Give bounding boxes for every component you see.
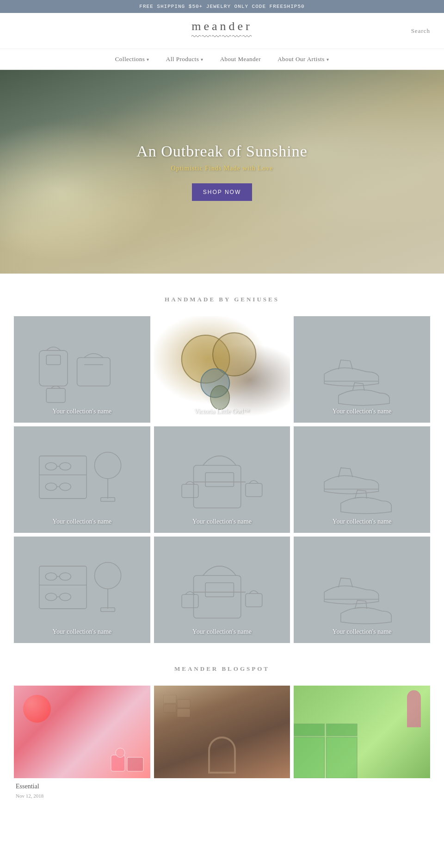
svg-rect-44 bbox=[163, 695, 176, 703]
blog-section-title: MEANDER BLOGSPOT bbox=[0, 665, 444, 673]
collection-label-6: Your collection's name bbox=[294, 511, 430, 533]
svg-rect-24 bbox=[246, 483, 262, 497]
svg-rect-1 bbox=[47, 355, 61, 364]
blog-image-3 bbox=[294, 686, 430, 778]
svg-rect-0 bbox=[39, 350, 68, 386]
collection-item-4[interactable]: Your collection's name bbox=[14, 426, 150, 533]
bags-sketch-icon bbox=[27, 327, 136, 412]
svg-rect-2 bbox=[77, 357, 111, 386]
collection-item-2[interactable]: Victoria Little Owl™ bbox=[154, 316, 290, 423]
nav-about-meander[interactable]: About Meander bbox=[220, 56, 261, 63]
svg-point-33 bbox=[95, 562, 121, 589]
shoes2-sketch-icon bbox=[308, 437, 417, 522]
blog-date-3 bbox=[294, 785, 430, 787]
collections-grid-row1: Your collection's name Victoria Little O… bbox=[0, 316, 444, 423]
collection-label-4: Your collection's name bbox=[14, 511, 150, 533]
nav-all-products[interactable]: All Products ▾ bbox=[166, 56, 204, 63]
header: meander 〰〰〰〰〰〰 Search bbox=[0, 13, 444, 49]
hero-subtitle-pre: Optimistic Finds bbox=[171, 165, 224, 172]
svg-rect-25 bbox=[39, 566, 86, 609]
chevron-down-icon: ▾ bbox=[201, 57, 204, 62]
nav-collections-label: Collections bbox=[115, 56, 145, 63]
blog-image-pink bbox=[14, 686, 150, 778]
collection-label-1: Your collection's name bbox=[14, 400, 150, 423]
logo[interactable]: meander 〰〰〰〰〰〰 bbox=[191, 19, 253, 42]
svg-point-15 bbox=[60, 483, 71, 490]
hero-content: An Outbreak of Sunshine Optimistic Finds… bbox=[136, 143, 308, 201]
bags2-sketch-icon bbox=[167, 437, 277, 522]
stone-texture-icon bbox=[163, 695, 191, 723]
svg-point-28 bbox=[60, 573, 71, 580]
stone-arch-icon bbox=[208, 737, 236, 774]
logo-branch: 〰〰〰〰〰〰 bbox=[191, 31, 253, 42]
svg-rect-50 bbox=[294, 724, 324, 736]
accessories2-sketch-icon bbox=[27, 547, 136, 632]
kitchen-cabinets-icon bbox=[294, 724, 389, 778]
svg-rect-23 bbox=[182, 484, 198, 498]
collection-item-1[interactable]: Your collection's name bbox=[14, 316, 150, 423]
top-banner: FREE SHIPPING $50+ JEWELRY ONLY CODE FRE… bbox=[0, 0, 444, 13]
svg-rect-47 bbox=[177, 709, 190, 717]
collections-grid-row3: Your collection's name Your collection's… bbox=[0, 537, 444, 643]
shoes-sketch-icon bbox=[308, 327, 417, 412]
blog-date-1: Nov 12, 2018 bbox=[14, 792, 150, 799]
collection-item-6[interactable]: Your collection's name bbox=[294, 426, 430, 533]
hero-subtitle: Optimistic Finds Made with Love bbox=[136, 165, 308, 172]
blog-item-2[interactable] bbox=[154, 686, 290, 799]
shoes3-sketch-icon bbox=[308, 547, 417, 632]
svg-point-31 bbox=[60, 593, 71, 600]
blog-image-1 bbox=[14, 686, 150, 778]
chevron-down-icon: ▾ bbox=[327, 57, 329, 62]
collection-label-8: Your collection's name bbox=[154, 621, 290, 643]
hero-subtitle-highlight: M bbox=[224, 165, 230, 172]
svg-point-11 bbox=[46, 462, 57, 470]
svg-point-27 bbox=[46, 573, 57, 580]
collection-label-2: Victoria Little Owl™ bbox=[154, 400, 290, 423]
collection-item-7[interactable]: Your collection's name bbox=[14, 537, 150, 643]
blog-grid: Essential Nov 12, 2018 bbox=[0, 686, 444, 799]
nav-about-artists-label: About Our Artists bbox=[278, 56, 325, 63]
svg-rect-40 bbox=[246, 593, 262, 607]
collection-item-9[interactable]: Your collection's name bbox=[294, 537, 430, 643]
svg-rect-49 bbox=[327, 737, 357, 778]
collection-label-7: Your collection's name bbox=[14, 621, 150, 643]
blog-image-2 bbox=[154, 686, 290, 778]
accessories-sketch-icon bbox=[27, 437, 136, 522]
svg-rect-51 bbox=[327, 724, 357, 736]
kitchen-figure-icon bbox=[407, 690, 421, 727]
chevron-down-icon: ▾ bbox=[147, 57, 149, 62]
collection-label-9: Your collection's name bbox=[294, 621, 430, 643]
svg-rect-42 bbox=[127, 757, 143, 771]
svg-rect-41 bbox=[111, 755, 125, 771]
svg-rect-46 bbox=[177, 699, 190, 708]
main-nav: Collections ▾ All Products ▾ About Meand… bbox=[0, 49, 444, 70]
svg-rect-9 bbox=[39, 456, 86, 499]
blog-label-3 bbox=[294, 778, 430, 785]
blog-item-3[interactable] bbox=[294, 686, 430, 799]
collection-item-8[interactable]: Your collection's name bbox=[154, 537, 290, 643]
svg-rect-37 bbox=[205, 583, 234, 597]
collections-section-title: HANDMADE BY GENIUSES bbox=[0, 296, 444, 303]
hero-banner: An Outbreak of Sunshine Optimistic Finds… bbox=[0, 70, 444, 274]
svg-rect-48 bbox=[294, 737, 324, 778]
svg-point-12 bbox=[60, 462, 71, 470]
search-button[interactable]: Search bbox=[411, 27, 430, 35]
collection-label-3: Your collection's name bbox=[294, 400, 430, 423]
collection-item-3[interactable]: Your collection's name bbox=[294, 316, 430, 423]
blog-item-1[interactable]: Essential Nov 12, 2018 bbox=[14, 686, 150, 799]
shop-now-button[interactable]: SHOP NOW bbox=[192, 183, 252, 201]
hero-subtitle-post: ade with Love bbox=[230, 165, 273, 172]
blog-label-2 bbox=[154, 778, 290, 785]
svg-rect-45 bbox=[163, 704, 176, 712]
nav-about-meander-label: About Meander bbox=[220, 56, 261, 63]
nav-about-artists[interactable]: About Our Artists ▾ bbox=[278, 56, 329, 63]
banner-text: FREE SHIPPING $50+ JEWELRY ONLY CODE FRE… bbox=[139, 4, 304, 9]
blog-image-kitchen bbox=[294, 686, 430, 778]
collection-item-5[interactable]: Your collection's name bbox=[154, 426, 290, 533]
collection-label-5: Your collection's name bbox=[154, 511, 290, 533]
nav-collections[interactable]: Collections ▾ bbox=[115, 56, 149, 63]
hero-title: An Outbreak of Sunshine bbox=[136, 143, 308, 160]
blog-label-1: Essential bbox=[14, 778, 150, 792]
logo-text: meander bbox=[191, 19, 253, 33]
svg-point-17 bbox=[95, 452, 121, 479]
